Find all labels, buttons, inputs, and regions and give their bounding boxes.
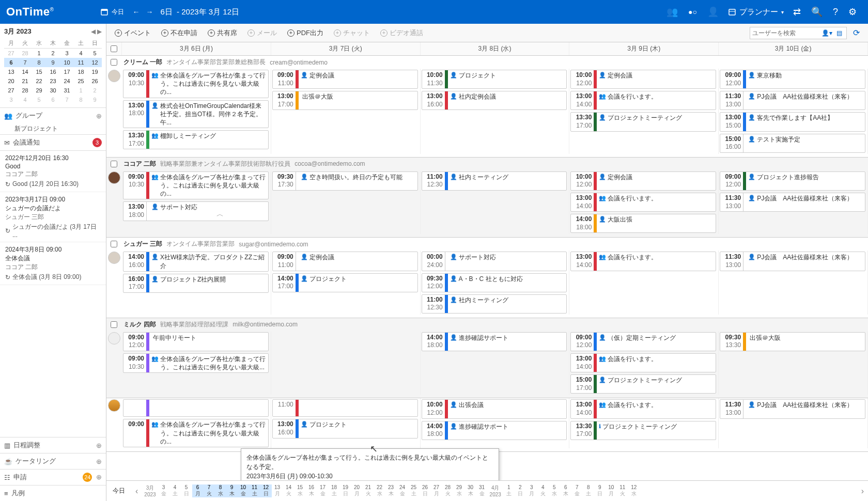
tline-day[interactable]: 3月 xyxy=(526,484,537,497)
day-cell[interactable]: 09:0010:30👥全体会議をグループ各社が集まって行う。これは過去に例を見な… xyxy=(122,170,271,234)
event-card[interactable]: 00:0024:00👤サポート対応 xyxy=(422,252,567,271)
event-card[interactable]: 13:0014:00👥会議を行います。 xyxy=(570,193,716,212)
prev-button[interactable]: ← xyxy=(129,6,143,18)
event-card[interactable]: 14:0016:00👤X社W様来訪予定。プロダクトZZご紹介 xyxy=(123,252,269,271)
tool-share[interactable]: +共有席 xyxy=(204,26,241,40)
event-card[interactable]: 10:0011:30👤プロジェクト xyxy=(422,70,567,89)
mini-cal-day[interactable]: 28 xyxy=(18,49,32,58)
person-icon[interactable]: 👤 xyxy=(702,3,724,21)
collapse-icon[interactable]: ︿ xyxy=(216,210,224,219)
tline-day[interactable]: 7金 xyxy=(571,484,583,497)
mini-cal-day[interactable]: 14 xyxy=(18,67,32,76)
mini-cal-day[interactable]: 6 xyxy=(4,58,18,67)
people-icon[interactable]: 👥 xyxy=(661,3,683,21)
day-cell[interactable]: 11:0012:30👤社内ミーティング xyxy=(421,170,570,234)
tline-day[interactable]: 21火 xyxy=(363,484,374,497)
event-card[interactable]: 14:0018:00👤進捗確認サポート xyxy=(422,421,567,440)
event-card[interactable]: 09:0011:00👤定例会議 xyxy=(272,70,418,89)
tline-day[interactable]: 22水 xyxy=(374,484,385,497)
notification-item[interactable]: 2022年12月20日 16:30Goodココア 二郎↻ Good (12月 2… xyxy=(0,151,106,192)
tline-day[interactable]: 28火 xyxy=(442,484,454,497)
mini-cal-day[interactable]: 4 xyxy=(18,95,32,104)
day-cell[interactable]: 09:0012:00👤プロジェクト進捗報告11:3013:00👤PJ会議 AA社… xyxy=(719,170,868,234)
event-card[interactable]: 15:0016:00👤テスト実施予定 xyxy=(720,134,865,153)
tline-day[interactable]: 6木 xyxy=(560,484,571,497)
tline-day[interactable]: 10月 xyxy=(606,484,617,497)
mini-cal-day[interactable]: 7 xyxy=(60,95,74,104)
tline-day[interactable]: 26日 xyxy=(420,484,431,497)
event-card[interactable]: 09:0011:00👤定例会議 xyxy=(272,252,418,271)
day-cell[interactable]: 09:3013:30出張＠大阪 xyxy=(719,331,868,395)
event-card[interactable]: 13:0016:00👤社内定例会議 xyxy=(422,91,567,110)
help-icon[interactable]: ? xyxy=(828,4,843,21)
toggle-icon[interactable]: ●○ xyxy=(683,5,702,19)
day-cell[interactable]: 09:0011:00👤定例会議13:0017:00出張＠大阪 xyxy=(271,69,421,154)
day-cell[interactable]: 10:0012:00👤定例会議13:0014:00👥会議を行います。14:001… xyxy=(569,170,719,234)
tline-day[interactable]: 14火 xyxy=(283,484,295,497)
user-checkbox[interactable] xyxy=(111,59,117,66)
event-card[interactable]: 11:3013:00👤PJ会議 AA社佐藤様来社（来客） xyxy=(720,252,865,271)
mini-cal-day[interactable]: 19 xyxy=(88,67,102,76)
day-cell[interactable]: 10:0012:00👤出張会議14:0018:00👤進捗確認サポート xyxy=(421,398,570,448)
refresh-button[interactable]: ⟳ xyxy=(849,26,864,40)
mini-cal-day[interactable]: 1 xyxy=(74,86,88,95)
tline-day[interactable]: 12日 xyxy=(260,484,272,497)
footer-prev[interactable]: ‹ xyxy=(131,487,142,496)
tool-event[interactable]: +イベント xyxy=(111,26,155,40)
footer-next[interactable]: › xyxy=(857,487,868,496)
tline-day[interactable]: 23木 xyxy=(385,484,397,497)
gear-icon[interactable]: ⚙ xyxy=(843,3,862,21)
event-card[interactable]: 09:0012:00👤プロジェクト進捗報告 xyxy=(720,171,865,191)
event-card[interactable]: 11:00 xyxy=(272,399,418,417)
event-card[interactable]: 10:0012:00👤定例会議 xyxy=(570,70,716,89)
mini-cal-day[interactable]: 6 xyxy=(46,95,60,104)
plus-icon[interactable]: ⊕ xyxy=(96,112,102,120)
next-button[interactable]: → xyxy=(143,6,156,18)
mini-cal-day[interactable]: 27 xyxy=(4,49,18,58)
day-cell[interactable]: 13:0014:00👥会議を行います。 xyxy=(569,251,719,315)
day-cell[interactable]: 11:3013:00👤PJ会議 AA社佐藤様来社（来客） xyxy=(719,251,868,315)
tline-day[interactable]: 4土 xyxy=(169,484,181,497)
event-card[interactable]: 11:3013:00👤PJ会議 AA社佐藤様来社（来客） xyxy=(720,399,865,418)
mini-cal-day[interactable]: 8 xyxy=(32,58,46,67)
notification-item[interactable]: 2024年3月8日 09:00全体会議ココア 二郎↻ 全体会議 (3月 8日 0… xyxy=(0,242,106,285)
mini-cal-day[interactable]: 9 xyxy=(46,58,60,67)
event-card[interactable]: 13:0014:00👥会議を行います。 xyxy=(570,91,716,110)
day-cell[interactable]: 11:0013:0016:00👤プロジェクト xyxy=(271,398,421,448)
tool-absence[interactable]: +不在申請 xyxy=(157,26,202,40)
sidebar-legend[interactable]: ≡凡例 xyxy=(0,485,106,501)
mini-cal-day[interactable]: 5 xyxy=(88,49,102,58)
mini-cal-day[interactable]: 12 xyxy=(88,58,102,67)
event-card[interactable]: 13:0016:00👤プロジェクト xyxy=(272,419,418,438)
tline-day[interactable]: 20月 xyxy=(351,484,363,497)
mini-cal-day[interactable]: 28 xyxy=(18,86,32,95)
day-cell[interactable]: 09:0012:00👤（仮）定期ミーティング13:0014:00👥会議を行います… xyxy=(569,331,719,395)
day-cell[interactable]: 09:0012:00👤東京移動11:3013:00👤PJ会議 AA社佐藤様来社（… xyxy=(719,69,868,154)
event-card[interactable]: 13:0014:00👥会議を行います。 xyxy=(570,252,716,271)
event-card[interactable]: 11:0012:30👤社内ミーティング xyxy=(422,171,567,191)
user-checkbox[interactable] xyxy=(111,241,117,247)
person-dropdown-icon[interactable]: 👤▾ xyxy=(819,29,834,37)
planner-dropdown[interactable]: プランナー ▾ xyxy=(724,5,788,19)
select-all-checkbox[interactable] xyxy=(111,45,117,52)
mini-cal-day[interactable]: 24 xyxy=(60,76,74,86)
event-card[interactable]: 10:0012:00👤定例会議 xyxy=(570,171,716,191)
schedule-body[interactable]: ︿ クリーム 一郎 オンタイム事業部営業部兼総務部長 cream@ontimed… xyxy=(106,56,868,480)
tline-day[interactable]: 16木 xyxy=(306,484,317,497)
mini-cal-day[interactable]: 8 xyxy=(74,95,88,104)
event-card[interactable]: 14:0017:00👤プロジェクト xyxy=(272,273,418,292)
tline-day[interactable]: 17金 xyxy=(317,484,329,497)
mini-cal-day[interactable]: 30 xyxy=(46,86,60,95)
event-card[interactable]: 13:3017:00👤プロジェクトミーティング xyxy=(570,112,716,131)
mini-cal-day[interactable]: 2 xyxy=(88,86,102,95)
event-card[interactable]: 10:0012:00👤出張会議 xyxy=(422,399,567,418)
mini-cal-day[interactable]: 23 xyxy=(46,76,60,86)
plus-icon[interactable]: ⊕ xyxy=(96,442,102,449)
mini-cal-day[interactable]: 7 xyxy=(18,58,32,67)
mini-cal-day[interactable]: 3 xyxy=(60,49,74,58)
event-card[interactable]: 13:0018:00👤株式会社OnTimeGroupCalendar様来社予定。… xyxy=(123,100,269,129)
day-cell[interactable]: 09:00👥全体会議をグループ各社が集まって行う。これは過去に例を見ない最大級の… xyxy=(122,398,271,448)
tline-day[interactable]: 19日 xyxy=(340,484,351,497)
mini-cal-day[interactable]: 16 xyxy=(46,67,60,76)
sidebar-group[interactable]: 👥グループ ⊕ xyxy=(0,107,106,123)
